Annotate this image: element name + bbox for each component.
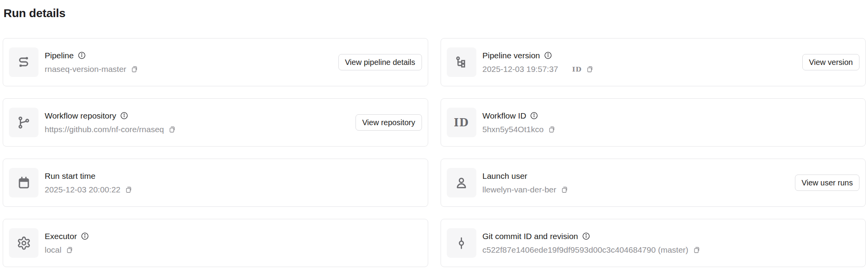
workflow-id-label: Workflow ID (483, 110, 526, 121)
pipeline-value: rnaseq-version-master (45, 64, 126, 74)
info-icon[interactable] (78, 51, 86, 59)
route-icon (17, 55, 31, 70)
workflow-repository-label: Workflow repository (45, 110, 116, 121)
git-commit-value: c522f87e1406ede19f9df9593d00c3c404684790… (483, 245, 688, 255)
launch-user-value: llewelyn-van-der-ber (483, 184, 556, 195)
view-repository-button[interactable]: View repository (356, 114, 422, 131)
copy-icon[interactable] (168, 125, 176, 133)
card-run-start-time: Run start time 2025-12-03 20:00:22 (3, 159, 428, 207)
executor-value: local (45, 245, 61, 255)
view-user-runs-button[interactable]: View user runs (795, 175, 859, 191)
card-git-commit: Git commit ID and revision c522f87e1406e… (441, 219, 866, 267)
card-launch-user: Launch user llewelyn-van-der-ber View us… (441, 159, 866, 207)
id-badge-icon: ID (454, 117, 469, 129)
run-start-time-icon-tile (9, 168, 38, 197)
run-start-time-label: Run start time (45, 171, 96, 181)
card-pipeline-version: Pipeline version 2025-12-03 19:57:37 ID … (441, 38, 866, 86)
id-badge-icon[interactable]: ID (572, 65, 582, 73)
calendar-icon (17, 176, 31, 190)
workflow-id-icon-tile: ID (447, 108, 476, 137)
card-pipeline: Pipeline rnaseq-version-master View pipe… (3, 38, 428, 86)
workflow-id-value: 5hxn5y54Ot1kco (483, 124, 544, 134)
run-details-grid: Pipeline rnaseq-version-master View pipe… (3, 38, 866, 267)
copy-icon[interactable] (547, 125, 556, 133)
copy-icon[interactable] (692, 246, 701, 254)
copy-icon[interactable] (124, 185, 132, 194)
run-start-time-value: 2025-12-03 20:00:22 (45, 184, 120, 195)
copy-icon[interactable] (586, 65, 594, 73)
pipeline-label: Pipeline (45, 50, 74, 61)
executor-label: Executor (45, 231, 77, 241)
user-icon (454, 176, 469, 190)
workflow-repository-text: Workflow repository https://github.com/n… (45, 110, 176, 134)
pipeline-icon-tile (9, 47, 38, 77)
workflow-repository-value: https://github.com/nf-core/rnaseq (45, 124, 164, 134)
pipeline-version-label: Pipeline version (483, 50, 540, 61)
view-version-button[interactable]: View version (802, 54, 859, 70)
run-start-time-text: Run start time 2025-12-03 20:00:22 (45, 171, 132, 195)
pipeline-version-value: 2025-12-03 19:57:37 (483, 64, 558, 74)
git-commit-icon-tile (447, 228, 476, 258)
git-branch-icon (17, 115, 31, 130)
page-title: Run details (3, 7, 866, 20)
view-pipeline-details-button[interactable]: View pipeline details (338, 54, 422, 70)
workflow-id-text: Workflow ID 5hxn5y54Ot1kco (483, 110, 556, 134)
pipeline-text: Pipeline rnaseq-version-master (45, 50, 138, 74)
launch-user-text: Launch user llewelyn-van-der-ber (483, 171, 568, 195)
run-details-page: Run details Pipeline rnaseq-ver (0, 0, 868, 267)
info-icon[interactable] (530, 112, 538, 120)
git-commit-icon (454, 236, 469, 250)
card-workflow-repository: Workflow repository https://github.com/n… (3, 98, 428, 147)
launch-user-icon-tile (447, 168, 476, 197)
launch-user-label: Launch user (483, 171, 528, 181)
copy-icon[interactable] (65, 246, 73, 254)
info-icon[interactable] (544, 51, 552, 59)
copy-icon[interactable] (560, 185, 568, 194)
gear-icon (17, 236, 31, 250)
pipeline-version-icon-tile (447, 47, 476, 77)
info-icon[interactable] (120, 112, 128, 120)
tree-hierarchy-icon (454, 55, 469, 70)
pipeline-version-text: Pipeline version 2025-12-03 19:57:37 ID (483, 50, 594, 74)
executor-text: Executor local (45, 231, 89, 255)
workflow-repository-icon-tile (9, 108, 38, 137)
card-executor: Executor local (3, 219, 428, 267)
info-icon[interactable] (582, 232, 590, 240)
executor-icon-tile (9, 228, 38, 258)
copy-icon[interactable] (130, 65, 138, 73)
git-commit-label: Git commit ID and revision (483, 231, 578, 241)
card-workflow-id: ID Workflow ID 5hxn5y54Ot1kco (441, 98, 866, 147)
info-icon[interactable] (81, 232, 89, 240)
git-commit-text: Git commit ID and revision c522f87e1406e… (483, 231, 701, 255)
